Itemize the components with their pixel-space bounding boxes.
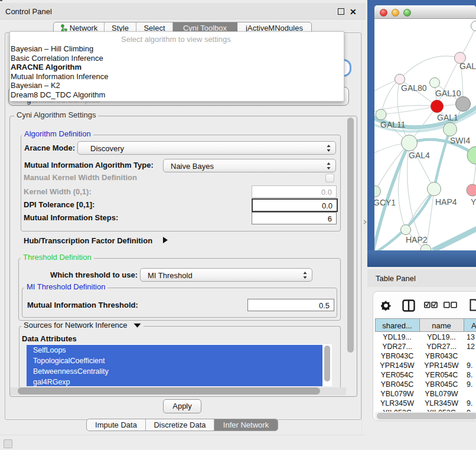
- svg-text:GAL1: GAL1: [437, 113, 458, 122]
- svg-text:GAL: GAL: [459, 61, 476, 71]
- svg-text:SWI4: SWI4: [450, 136, 470, 145]
- svg-text:Y: Y: [471, 197, 476, 207]
- svg-text:HAP2: HAP2: [406, 235, 428, 244]
- svg-text:HAP4: HAP4: [435, 197, 457, 207]
- svg-text:GAL10: GAL10: [435, 89, 461, 98]
- svg-text:GAL11: GAL11: [380, 120, 406, 129]
- svg-text:GAL4: GAL4: [409, 151, 430, 160]
- svg-text:GAL80: GAL80: [401, 83, 427, 93]
- svg-text:GCY1: GCY1: [374, 198, 396, 207]
